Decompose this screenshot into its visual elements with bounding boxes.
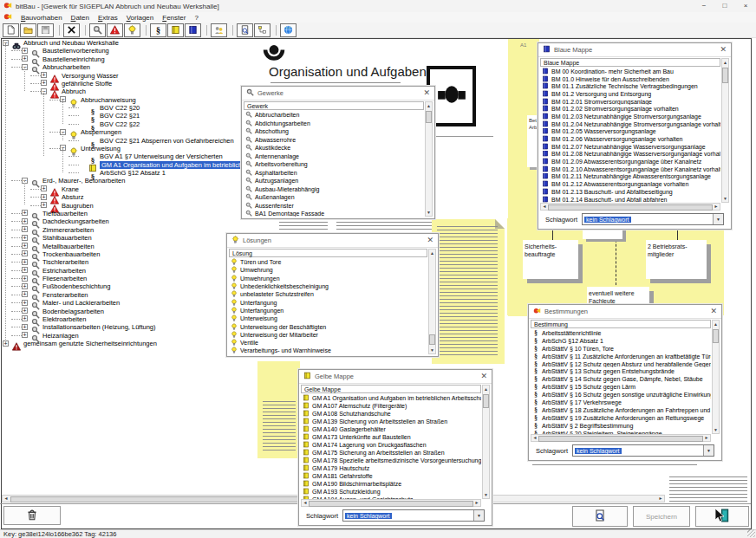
horizontal-scrollbar[interactable]: ◄ ► — [540, 203, 720, 211]
scroll-down-icon[interactable]: ▼ — [429, 347, 435, 353]
scroll-right-icon[interactable]: ► — [473, 500, 480, 506]
list-item[interactable]: GM A179 Hautschutz — [301, 464, 481, 472]
paragraph-button[interactable]: § — [150, 23, 166, 37]
list-item[interactable]: Aussenfenster — [244, 202, 424, 211]
list-item[interactable]: Türen und Tore — [229, 258, 427, 266]
list-item[interactable]: BM 01.2.05 Wasserversorgungsanlage — [540, 128, 720, 136]
menu-item-bauvorhaben[interactable]: Bauvorhaben — [21, 14, 62, 22]
globe-button[interactable] — [280, 23, 297, 37]
schlagwort-combobox[interactable]: kein Schlagwort ▼ — [582, 213, 724, 225]
scroll-left-icon[interactable]: ◄ — [3, 496, 10, 502]
scrollbar[interactable]: ▲ ▼ — [428, 249, 436, 354]
list-item[interactable]: Außenanlagen — [244, 193, 424, 202]
chevron-down-icon[interactable]: ▼ — [713, 214, 723, 224]
close-icon[interactable]: ✕ — [720, 43, 727, 56]
scroll-up-icon[interactable]: ▲ — [713, 321, 719, 327]
list-item[interactable]: §ArbStättV § 12 Schutz gegen Absturz und… — [531, 360, 711, 368]
list-item[interactable]: §ArbStättV § 17 Verkehrswege — [531, 399, 711, 406]
tree-button[interactable] — [254, 23, 270, 37]
close-icon[interactable]: ✕ — [427, 234, 433, 247]
list-item[interactable]: §ArbStättV § 18 Zusätzliche Anforderunge… — [531, 406, 711, 414]
menu-item-extras[interactable]: Extras — [98, 14, 118, 22]
list-item[interactable]: Unterweisung der Mitarbeiter — [229, 331, 427, 339]
save-button[interactable] — [37, 23, 54, 37]
search-button[interactable] — [89, 23, 106, 37]
list-item[interactable]: Umwehrung — [229, 266, 427, 274]
yellow-book-button[interactable] — [167, 23, 184, 37]
schlagwort-combobox[interactable]: kein Schlagwort ▼ — [342, 509, 485, 522]
chevron-down-icon[interactable]: ▼ — [473, 510, 484, 521]
list-item[interactable]: GM A1 Organisation und Aufgaben im betri… — [301, 394, 481, 402]
scroll-up-icon[interactable]: ▲ — [426, 102, 432, 109]
list-item[interactable]: Umwehrungen — [229, 275, 427, 282]
list-item[interactable]: §ArbStättV § 2 Begriffsbestimmung — [531, 422, 711, 430]
list-item[interactable]: GM A190 Bildschirmarbeitsplätze — [301, 480, 481, 488]
blue-book-button[interactable] — [185, 23, 201, 37]
scrollbar[interactable]: ▲ ▼ — [721, 58, 729, 203]
list-item[interactable]: BM 01.2.13 Bauschutt- und Abfallbeseitig… — [540, 188, 720, 196]
scrollbar-thumb[interactable] — [483, 394, 489, 408]
horizontal-scrollbar[interactable]: ◄ ► — [531, 434, 711, 442]
list-item[interactable]: Unterweisung der Beschäftigten — [229, 322, 427, 330]
scroll-left-icon[interactable]: ◄ — [531, 435, 538, 441]
list-item[interactable]: BM 01.2.11 Netzunabhängige Abwasserentso… — [540, 173, 720, 181]
menu-item-vorlagen[interactable]: Vorlagen — [127, 14, 154, 22]
list-item[interactable]: §ArbStättV § 19 Zusätzliche Anforderunge… — [531, 414, 711, 422]
list-item[interactable]: GM A173 Unterkünfte auf Baustellen — [301, 433, 481, 441]
schlagwort-combobox[interactable]: kein Schlagwort ▼ — [572, 444, 714, 457]
list-item[interactable]: Unterweisung — [229, 314, 427, 322]
scroll-down-icon[interactable]: ▼ — [426, 209, 432, 216]
list-item[interactable]: §ArbStättV § 16 Schutz gegen sonstige un… — [531, 391, 711, 399]
scroll-left-icon[interactable]: ◄ — [541, 204, 548, 210]
scrollbar-thumb[interactable] — [426, 111, 432, 123]
chevron-down-icon[interactable]: ▼ — [703, 445, 714, 456]
list-header[interactable]: Bestimmung — [531, 320, 711, 328]
list-item[interactable]: Abschottung — [244, 127, 424, 136]
scrollbar-thumb[interactable] — [309, 501, 473, 507]
scrollbar-thumb[interactable] — [538, 436, 703, 442]
delete-button[interactable] — [63, 23, 80, 37]
minimize-button[interactable]: − — [694, 0, 714, 12]
list-item[interactable]: BM 01.2.08 Netzunabhängige Wasserversorg… — [540, 151, 720, 159]
list-item[interactable]: BM 01.0 Hinweise für den Ausschreibenden — [540, 75, 720, 83]
list-item[interactable]: Ausbau-Mieterabhängig — [244, 185, 424, 194]
close-icon[interactable]: ✕ — [423, 87, 430, 100]
list-item[interactable]: BM 01.2.07 Netzunabhängige Wasserversorg… — [540, 143, 720, 151]
scrollbar-thumb[interactable] — [713, 329, 719, 343]
list-item[interactable]: GM A174 Lagerung von Druckgasflaschen — [301, 441, 481, 449]
preview-button[interactable] — [572, 506, 628, 527]
list-item[interactable]: §ArbStättV § 11 Zusätzliche Anforderunge… — [531, 353, 711, 360]
list-item[interactable]: §ArbStättV § 10 Türen, Tore — [531, 345, 711, 353]
list-item[interactable]: Unbedenklichkeitsbescheinigung — [229, 282, 427, 290]
list-item[interactable]: BM 01.2.02 Stromversorgungsanlage vorhal… — [540, 105, 720, 113]
scroll-up-icon[interactable]: ▲ — [722, 59, 728, 66]
list-item[interactable]: Unterfangungen — [229, 307, 427, 314]
scrollbar[interactable]: ▲ ▼ — [482, 385, 490, 499]
scroll-down-icon[interactable]: ▼ — [722, 195, 728, 202]
list-item[interactable]: GM A181 Gefahrstoffe — [301, 472, 481, 480]
list-item[interactable]: BM 01.2.03 Netzunabhängige Stromversorgu… — [540, 113, 720, 120]
close-button[interactable]: × — [735, 0, 756, 12]
scroll-down-icon[interactable]: ▼ — [483, 491, 489, 498]
scrollbar-thumb[interactable] — [722, 68, 728, 83]
scroll-up-icon[interactable]: ▲ — [483, 386, 489, 392]
delete-button[interactable] — [3, 506, 61, 525]
list-item[interactable]: §ArbStättV § 13 Schutz gegen Entstehungs… — [531, 367, 711, 375]
list-item[interactable]: BM 01.2.09 Abwasserentsorgunganlage über… — [540, 158, 720, 165]
list-item[interactable]: BM 00 Koordination- mehr Sicherheit am B… — [540, 68, 720, 75]
solution-button[interactable] — [124, 23, 140, 37]
menu-item-daten[interactable]: Daten — [71, 14, 89, 22]
list-item[interactable]: BM 01.2.04 Netzunabhängige Stromversorgu… — [540, 120, 720, 128]
list-item[interactable]: §ArbSchG §12 Absatz 1 — [531, 337, 711, 345]
list-item[interactable]: BM 01.2.12 Abwasserentsorgungsanlage vor… — [540, 180, 720, 188]
close-icon[interactable]: ✕ — [710, 305, 717, 318]
list-item[interactable]: Akustikdecke — [244, 144, 424, 152]
list-item[interactable]: GM A108 Schutzhandschuhe — [301, 410, 481, 418]
list-item[interactable]: BM 01.2.06 Wasserversorgungsanlage vorha… — [540, 135, 720, 143]
list-item[interactable]: unbelasteter Schutzstreifen — [229, 290, 427, 298]
resize-grip[interactable] — [747, 529, 755, 537]
people-button[interactable] — [211, 23, 227, 37]
list-header[interactable]: Gelbe Mappe — [301, 385, 481, 393]
list-item[interactable]: GM A193 Schutzkleidung — [301, 488, 481, 496]
scroll-right-icon[interactable]: ► — [657, 496, 664, 502]
